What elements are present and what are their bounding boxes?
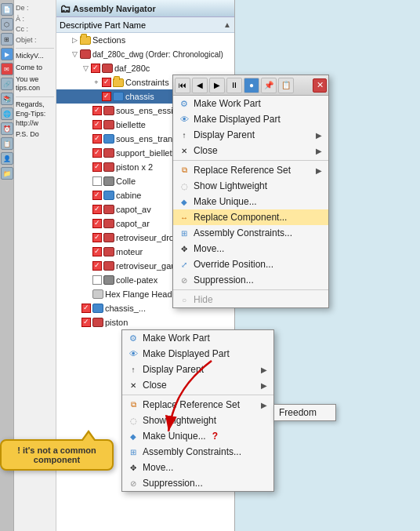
sections-label: Sections — [92, 35, 125, 45]
display-parent-arrow: ▶ — [316, 131, 322, 140]
piston-item[interactable]: piston — [56, 315, 234, 329]
question-mark: ? — [212, 431, 218, 442]
replace-ref-label: Replace Reference Set — [194, 165, 291, 176]
checkbox-chassis — [102, 92, 111, 101]
menu2-make-work-icon: ⚙ — [127, 333, 139, 344]
cb-retro-gauch — [92, 261, 102, 271]
menu2-make-unique-label: Make Unique... — [143, 431, 206, 442]
menu2-close-arrow: ▶ — [261, 381, 267, 390]
display-parent-icon: ↑ — [178, 129, 190, 140]
ctx-btn-pin[interactable]: 📌 — [261, 78, 277, 93]
menu2-suppression-label: Suppression... — [143, 478, 203, 489]
tool-icon-10[interactable]: 📋 — [1, 137, 13, 150]
menu-show-lightweight[interactable]: ◌ Show Lightweight — [173, 178, 328, 194]
piston-label: piston — [105, 318, 128, 327]
override-pos-icon: ⤢ — [178, 259, 190, 270]
menu2-make-work-part[interactable]: ⚙ Make Work Part — [122, 330, 273, 346]
menu-make-displayed-part[interactable]: 👁 Make Displayed Part — [173, 111, 328, 127]
menu2-assembly-constraints[interactable]: ⊞ Assembly Constraints... — [122, 444, 273, 460]
menu2-make-unique[interactable]: ◆ Make Unique... ? — [122, 428, 273, 444]
menu2-display-parent[interactable]: ↑ Display Parent ▶ — [122, 362, 273, 377]
make-displayed-icon: 👁 — [178, 114, 190, 125]
cb-colle-patex — [92, 275, 102, 285]
sections-item[interactable]: ▷ Sections — [56, 33, 234, 47]
support-biellette-label: support_biellette — [116, 148, 179, 158]
menu-replace-component[interactable]: ↔ Replace Component... — [173, 209, 328, 225]
ctx-btn-forward[interactable]: ▶ — [209, 78, 225, 93]
ctx-btn-pause[interactable]: ⏸ — [226, 78, 242, 93]
de-label: De : — [16, 3, 54, 13]
tool-icon-8[interactable]: 🌐 — [1, 107, 13, 120]
tool-icon-12[interactable]: 📁 — [1, 167, 13, 180]
menu-assembly-constraints[interactable]: ⊞ Assembly Constraints... — [173, 225, 328, 241]
menu-make-unique[interactable]: ◆ Make Unique... — [173, 194, 328, 209]
ctx-btn-copy[interactable]: 📋 — [278, 78, 294, 93]
hide-icon: ○ — [178, 294, 190, 305]
tool-icon-1[interactable]: 📄 — [1, 3, 13, 16]
tool-icon-3[interactable]: ⊞ — [1, 33, 13, 45]
constraints-expand: + — [92, 78, 100, 86]
tool-icon-4[interactable]: ▶ — [1, 48, 13, 60]
cabine-label: cabine — [116, 191, 141, 200]
menu2-make-disp-icon: 👁 — [127, 348, 139, 359]
menu-replace-ref-set[interactable]: ⧉ Replace Reference Set ▶ — [173, 162, 328, 178]
close-arrow: ▶ — [316, 147, 322, 155]
menu2-replace-ref-set[interactable]: ⧉ Replace Reference Set ▶ — [122, 397, 273, 413]
show-lightweight-label: Show Lightweight — [194, 180, 267, 191]
moteur-label: moteur — [116, 247, 143, 256]
menu-suppression[interactable]: ⊘ Suppression... — [173, 272, 328, 288]
context-menu-close[interactable]: ✕ — [313, 78, 327, 93]
replace-component-icon: ↔ — [178, 212, 190, 223]
menu-hide: ○ Hide — [173, 292, 328, 307]
menu-override-position[interactable]: ⤢ Override Position... — [173, 256, 328, 272]
ps: P.S. Do — [16, 130, 54, 140]
hide-label: Hide — [194, 294, 213, 305]
menu2-close[interactable]: ✕ Close ▶ — [122, 377, 273, 393]
tool-icon-6[interactable]: 🔗 — [1, 78, 13, 90]
tool-icon-2[interactable]: ⬡ — [1, 18, 13, 31]
context-menu-second: ⚙ Make Work Part 👁 Make Displayed Part ↑… — [121, 329, 274, 492]
folder-icon — [80, 36, 91, 45]
move-label: Move... — [194, 243, 224, 254]
menu2-disp-parent-arrow: ▶ — [261, 366, 267, 374]
ctx-btn-back[interactable]: ◀ — [192, 78, 208, 93]
freedom-label: Freedom — [279, 407, 317, 418]
menu2-replace-ref-label: Replace Reference Set — [143, 399, 240, 410]
sort-icon: ▲ — [223, 20, 231, 29]
chassis-expand — [92, 93, 100, 100]
cb-cabine — [92, 191, 102, 200]
cb-colle — [92, 176, 102, 186]
root-file-item[interactable]: ▽ daf_280c_dwg (Order: Chronological) — [56, 47, 234, 61]
menu-move[interactable]: ✥ Move... — [173, 241, 328, 256]
cb-sous-essieu — [92, 106, 102, 115]
tool-icon-7[interactable]: 📚 — [1, 93, 13, 105]
menu2-suppression[interactable]: ⊘ Suppression... — [122, 475, 273, 491]
assembly-constraints-label: Assembly Constraints... — [194, 227, 292, 238]
suppression-label: Suppression... — [194, 275, 254, 286]
suppression-icon: ⊘ — [178, 275, 190, 286]
piston2-label: piston x 2 — [116, 162, 153, 172]
tool-icon-9[interactable]: ⏰ — [1, 122, 13, 135]
make-unique-icon: ◆ — [178, 196, 190, 207]
menu2-make-displayed-part[interactable]: 👁 Make Displayed Part — [122, 346, 273, 362]
freedom-item[interactable]: Freedom — [274, 405, 335, 420]
menu2-show-lightweight[interactable]: ◌ Show Lightweight — [122, 413, 273, 428]
menu-make-work-part[interactable]: ⚙ Make Work Part — [173, 96, 328, 111]
make-work-part-label: Make Work Part — [194, 98, 261, 109]
menu-display-parent[interactable]: ↑ Display Parent ▶ — [173, 127, 328, 143]
checkbox-daf280c — [91, 64, 100, 73]
menu2-move[interactable]: ✥ Move... — [122, 460, 273, 475]
expand-icon-root: ▽ — [71, 50, 78, 58]
content2: You we tips.con — [16, 75, 54, 93]
menu-close[interactable]: ✕ Close ▶ — [173, 143, 328, 158]
tree-column-header[interactable]: Descriptive Part Name ▲ — [56, 17, 234, 33]
tool-icon-11[interactable]: 👤 — [1, 152, 13, 165]
daf280c-item[interactable]: ▽ daf_280c — [56, 61, 234, 75]
close-label: Close — [194, 145, 218, 156]
ctx-btn-first[interactable]: ⏮ — [175, 78, 190, 93]
ctx-btn-blue[interactable]: ● — [244, 78, 259, 93]
assembly-constraints-icon: ⊞ — [178, 227, 190, 238]
checkbox-constraints — [102, 78, 111, 87]
objet-label: Objet : — [16, 35, 54, 45]
tool-icon-5[interactable]: ✉ — [1, 63, 13, 75]
